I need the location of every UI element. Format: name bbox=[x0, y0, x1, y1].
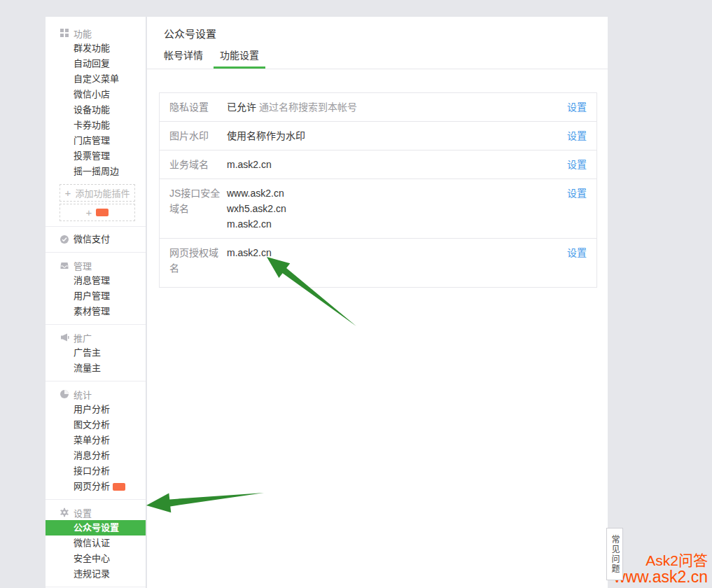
tab-account-details[interactable]: 帐号详情 bbox=[164, 48, 203, 69]
sidebar-item-security-center[interactable]: 安全中心 bbox=[46, 551, 146, 566]
row-value: m.ask2.cn bbox=[227, 157, 567, 172]
plus-icon: + bbox=[65, 187, 71, 199]
sidebar-item-material-management[interactable]: 素材管理 bbox=[46, 304, 146, 319]
inbox-icon bbox=[60, 260, 69, 270]
sidebar-item-auto-reply[interactable]: 自动回复 bbox=[46, 56, 146, 71]
sidebar-item-label: 微信支付 bbox=[74, 232, 110, 247]
sidebar-header-manage: 管理 bbox=[46, 258, 146, 273]
watermark-line1: Ask2问答 bbox=[614, 552, 708, 569]
orange-badge bbox=[96, 209, 109, 216]
sidebar-section-statistics: 统计 用户分析 图文分析 菜单分析 消息分析 接口分析 网页分析 bbox=[46, 381, 146, 499]
row-value: m.ask2.cn bbox=[227, 245, 567, 260]
sidebar-section-wechat-pay: 微信支付 bbox=[46, 226, 146, 252]
sidebar-item-web-analysis[interactable]: 网页分析 bbox=[46, 479, 146, 494]
sidebar-item-message-management[interactable]: 消息管理 bbox=[46, 273, 146, 288]
sidebar-item-custom-menu[interactable]: 自定义菜单 bbox=[46, 71, 146, 87]
sidebar-item-wechat-verification[interactable]: 微信认证 bbox=[46, 536, 146, 551]
sidebar-item-label: 网页分析 bbox=[74, 481, 110, 491]
settings-table: 隐私设置 已允许通过名称搜索到本帐号 设置 图片水印 使用名称作为水印 设置 业… bbox=[159, 92, 597, 288]
row-oauth-domain: 网页授权域名 m.ask2.cn 设置 bbox=[160, 238, 596, 287]
oauth-domain-set-link[interactable]: 设置 bbox=[567, 245, 587, 260]
row-value: 使用名称作为水印 bbox=[227, 128, 567, 144]
sidebar-section-function: 功能 群发功能 自动回复 自定义菜单 微信小店 设备功能 卡券功能 门店管理 投… bbox=[46, 17, 146, 226]
row-label: 业务域名 bbox=[169, 157, 224, 172]
page: 功能 群发功能 自动回复 自定义菜单 微信小店 设备功能 卡券功能 门店管理 投… bbox=[0, 0, 712, 588]
sidebar-item-menu-analysis[interactable]: 菜单分析 bbox=[46, 433, 146, 448]
main-content: 公众号设置 帐号详情 功能设置 隐私设置 已允许通过名称搜索到本帐号 设置 图片… bbox=[147, 17, 608, 588]
row-image-watermark: 图片水印 使用名称作为水印 设置 bbox=[160, 121, 596, 150]
orange-badge bbox=[113, 483, 125, 491]
privacy-status: 已允许 bbox=[227, 102, 256, 113]
row-value: 已允许通过名称搜索到本帐号 bbox=[227, 99, 567, 115]
privacy-description: 通过名称搜索到本帐号 bbox=[259, 102, 357, 113]
sidebar-section-promotion: 推广 广告主 流量主 bbox=[46, 324, 146, 381]
sidebar-item-violation-record[interactable]: 违规记录 bbox=[46, 566, 146, 582]
sidebar-item-wechat-store[interactable]: 微信小店 bbox=[46, 87, 146, 102]
sidebar-header-function: 功能 bbox=[46, 25, 146, 41]
page-title: 公众号设置 bbox=[164, 27, 608, 42]
sidebar-item-api-analysis[interactable]: 接口分析 bbox=[46, 463, 146, 479]
sidebar-item-vote-management[interactable]: 投票管理 bbox=[46, 148, 146, 164]
watermark-set-link[interactable]: 设置 bbox=[567, 128, 587, 144]
row-js-api-domain: JS接口安全域名 www.ask2.cn wxh5.ask2.cn m.ask2… bbox=[160, 178, 596, 238]
sidebar-item-shake-around[interactable]: 摇一摇周边 bbox=[46, 164, 146, 179]
row-business-domain: 业务域名 m.ask2.cn 设置 bbox=[160, 150, 596, 178]
grid-icon bbox=[60, 28, 69, 38]
add-plugin-new-button[interactable]: + bbox=[60, 204, 135, 221]
sidebar-header-label: 统计 bbox=[74, 388, 92, 401]
plus-icon: + bbox=[86, 206, 92, 218]
sidebar-item-wechat-pay[interactable]: 微信支付 bbox=[46, 232, 146, 247]
sidebar-item-card-coupon[interactable]: 卡券功能 bbox=[46, 118, 146, 133]
sidebar-item-device-function[interactable]: 设备功能 bbox=[46, 102, 146, 118]
privacy-set-link[interactable]: 设置 bbox=[567, 99, 587, 115]
row-privacy-settings: 隐私设置 已允许通过名称搜索到本帐号 设置 bbox=[160, 93, 596, 121]
js-domain-set-link[interactable]: 设置 bbox=[567, 186, 587, 201]
sidebar-section-manage: 管理 消息管理 用户管理 素材管理 bbox=[46, 252, 146, 324]
sidebar-item-account-settings[interactable]: 公众号设置 bbox=[46, 520, 146, 536]
pie-chart-icon bbox=[60, 389, 69, 399]
add-plugin-button[interactable]: + 添加功能插件 bbox=[60, 184, 135, 202]
sidebar: 功能 群发功能 自动回复 自定义菜单 微信小店 设备功能 卡券功能 门店管理 投… bbox=[46, 17, 146, 588]
row-label: 网页授权域名 bbox=[169, 245, 224, 276]
faq-button[interactable]: 常见问题 bbox=[606, 528, 623, 580]
sidebar-item-mass-send[interactable]: 群发功能 bbox=[46, 41, 146, 56]
tab-bar: 帐号详情 功能设置 bbox=[164, 48, 608, 69]
sidebar-section-settings: 设置 公众号设置 微信认证 安全中心 违规记录 bbox=[46, 499, 146, 587]
sidebar-header-label: 推广 bbox=[74, 331, 92, 344]
sidebar-header-label: 设置 bbox=[74, 506, 92, 519]
tab-function-settings[interactable]: 功能设置 bbox=[214, 48, 265, 69]
row-label: JS接口安全域名 bbox=[169, 186, 224, 216]
sidebar-header-label: 功能 bbox=[74, 27, 92, 40]
row-label: 图片水印 bbox=[169, 128, 224, 144]
business-domain-set-link[interactable]: 设置 bbox=[567, 157, 587, 172]
sidebar-item-advertiser[interactable]: 广告主 bbox=[46, 345, 146, 360]
watermark: Ask2问答 www.ask2.cn bbox=[614, 552, 708, 587]
sidebar-item-traffic-owner[interactable]: 流量主 bbox=[46, 360, 146, 376]
row-value: www.ask2.cn wxh5.ask2.cn m.ask2.cn bbox=[227, 186, 567, 232]
sidebar-item-article-analysis[interactable]: 图文分析 bbox=[46, 417, 146, 433]
watermark-line2: www.ask2.cn bbox=[614, 568, 708, 587]
sidebar-item-store-management[interactable]: 门店管理 bbox=[46, 133, 146, 148]
wechat-pay-icon bbox=[60, 234, 69, 244]
sidebar-header-label: 管理 bbox=[74, 259, 92, 272]
sidebar-header-statistics: 统计 bbox=[46, 386, 146, 402]
main-header: 公众号设置 帐号详情 功能设置 bbox=[147, 17, 608, 69]
js-domain-3: m.ask2.cn bbox=[227, 216, 567, 232]
add-plugin-label: 添加功能插件 bbox=[75, 186, 130, 200]
sidebar-item-user-management[interactable]: 用户管理 bbox=[46, 288, 146, 304]
sidebar-item-user-analysis[interactable]: 用户分析 bbox=[46, 402, 146, 417]
row-label: 隐私设置 bbox=[169, 99, 224, 115]
sidebar-header-settings: 设置 bbox=[46, 505, 146, 520]
gear-icon bbox=[60, 507, 69, 517]
js-domain-1: www.ask2.cn bbox=[227, 186, 567, 201]
sidebar-header-promotion: 推广 bbox=[46, 330, 146, 345]
megaphone-icon bbox=[60, 332, 69, 342]
sidebar-item-message-analysis[interactable]: 消息分析 bbox=[46, 448, 146, 463]
js-domain-2: wxh5.ask2.cn bbox=[227, 201, 567, 216]
